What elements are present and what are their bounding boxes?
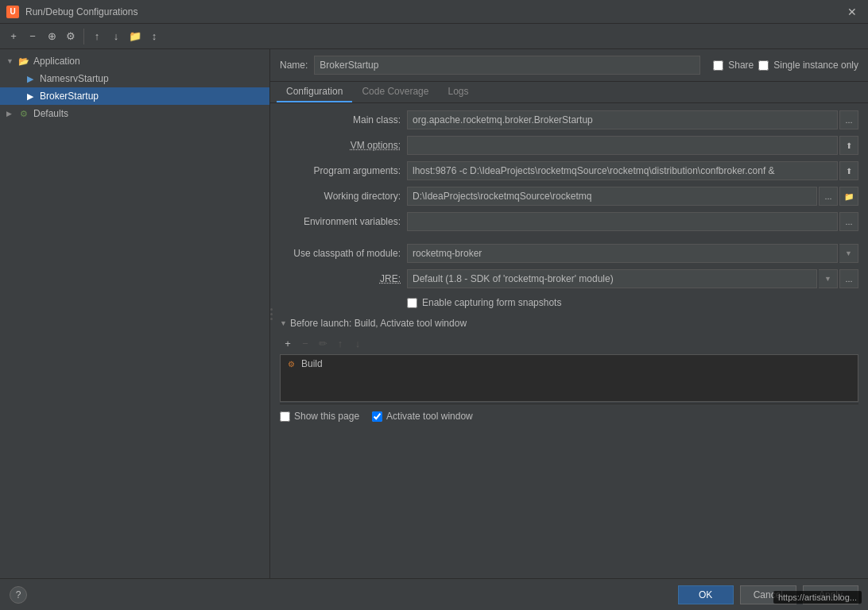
name-row: Name: Share Single instance only	[270, 49, 868, 82]
move-up-button[interactable]: ↑	[88, 28, 106, 45]
tab-logs[interactable]: Logs	[438, 82, 478, 102]
capture-form-checkbox[interactable]	[407, 298, 417, 308]
program-args-input-wrap: ⬆	[407, 161, 858, 180]
program-args-label: Program arguments:	[280, 165, 407, 176]
jre-dropdown-arrow[interactable]: ▼	[819, 269, 838, 288]
config-panel: Main class: ... VM options: ⬆ Program ar…	[270, 103, 868, 578]
launch-add-button[interactable]: +	[280, 335, 296, 351]
show-page-item: Show this page	[280, 411, 359, 422]
classpath-label: Use classpath of module:	[280, 248, 407, 259]
folder-button[interactable]: 📁	[126, 28, 144, 45]
defaults-arrow: ▶	[6, 110, 14, 118]
resize-dots	[270, 308, 273, 320]
env-vars-browse-button[interactable]: ...	[839, 212, 858, 231]
watermark: https://artisan.blog...	[773, 591, 862, 604]
classpath-row: Use classpath of module: rocketmq-broker…	[280, 243, 858, 264]
close-button[interactable]: ✕	[843, 4, 862, 20]
working-dir-input-wrap: ... 📁	[407, 187, 858, 206]
sidebar: ▼ 📂 Application ▶ NamesrvStartup ▶ Broke…	[0, 49, 270, 578]
main-layout: ▼ 📂 Application ▶ NamesrvStartup ▶ Broke…	[0, 49, 868, 578]
show-page-label: Show this page	[294, 411, 359, 422]
defaults-icon: ⚙	[17, 107, 30, 120]
classpath-select[interactable]: rocketmq-broker	[407, 244, 838, 263]
share-label: Share	[728, 60, 754, 71]
main-class-browse-button[interactable]: ...	[839, 110, 858, 129]
name-field-label: Name:	[280, 60, 308, 71]
classpath-dropdown-arrow[interactable]: ▼	[839, 244, 858, 263]
launch-edit-button[interactable]: ✏	[315, 335, 331, 351]
dialog-footer: ? OK Cancel Apply	[0, 578, 868, 610]
ok-button[interactable]: OK	[678, 585, 734, 604]
launch-down-button[interactable]: ↓	[350, 335, 366, 351]
launch-remove-button[interactable]: −	[297, 335, 313, 351]
sort-button[interactable]: ↕	[145, 28, 163, 45]
title-bar: U Run/Debug Configurations ✕	[0, 0, 868, 24]
working-dir-browse-button[interactable]: ...	[819, 187, 838, 206]
show-page-checkbox[interactable]	[280, 411, 290, 422]
vm-options-input[interactable]	[407, 136, 838, 155]
before-launch-arrow: ▼	[280, 319, 287, 327]
program-args-input[interactable]	[407, 161, 838, 180]
build-label: Build	[301, 358, 323, 369]
sidebar-item-application-group[interactable]: ▼ 📂 Application	[0, 52, 269, 70]
resize-handle[interactable]	[269, 49, 273, 578]
copy-config-button[interactable]: ⊕	[43, 28, 60, 45]
activate-tool-checkbox[interactable]	[372, 411, 382, 422]
launch-toolbar: + − ✏ ↑ ↓	[280, 334, 858, 353]
working-dir-folder-button[interactable]: 📁	[839, 187, 858, 206]
tab-configuration[interactable]: Configuration	[277, 82, 352, 102]
toolbar-separator-1	[83, 29, 84, 44]
launch-up-button[interactable]: ↑	[332, 335, 348, 351]
help-button[interactable]: ?	[10, 586, 27, 604]
capture-form-row: Enable capturing form snapshots	[280, 294, 858, 311]
env-vars-input-wrap: ...	[407, 212, 858, 231]
add-config-button[interactable]: +	[5, 28, 22, 45]
before-launch-header[interactable]: ▼ Before launch: Build, Activate tool wi…	[280, 311, 858, 334]
defaults-label: Defaults	[33, 108, 68, 119]
env-vars-input[interactable]	[407, 212, 838, 231]
share-checkbox[interactable]	[713, 60, 723, 71]
java-run-icon: ▶	[24, 72, 37, 85]
working-dir-input[interactable]	[407, 187, 817, 206]
app-icon: U	[6, 6, 19, 18]
main-class-input[interactable]	[407, 110, 838, 129]
jre-label: JRE:	[280, 273, 407, 284]
env-vars-row: Environment variables: ...	[280, 211, 858, 232]
jre-row: JRE: Default (1.8 - SDK of 'rocketmq-bro…	[280, 268, 858, 289]
toolbar: + − ⊕ ⚙ ↑ ↓ 📁 ↕	[0, 24, 868, 49]
main-class-label: Main class:	[280, 114, 407, 125]
env-vars-label: Environment variables:	[280, 216, 407, 227]
name-input[interactable]	[314, 56, 700, 75]
launch-item-build[interactable]: ⚙ Build	[282, 357, 856, 371]
tree-expand-arrow: ▼	[6, 57, 14, 65]
single-instance-checkbox[interactable]	[758, 60, 769, 71]
sidebar-item-defaults[interactable]: ▶ ⚙ Defaults	[0, 105, 269, 122]
before-launch-label: Before launch: Build, Activate tool wind…	[290, 318, 467, 329]
broker-label: BrokerStartup	[40, 91, 99, 102]
sidebar-item-broker[interactable]: ▶ BrokerStartup	[0, 87, 269, 105]
program-args-expand-button[interactable]: ⬆	[839, 161, 858, 180]
share-area: Share Single instance only	[713, 60, 858, 71]
working-dir-row: Working directory: ... 📁	[280, 186, 858, 207]
spacer-1	[280, 237, 858, 243]
tabs-bar: Configuration Code Coverage Logs	[270, 82, 868, 103]
capture-form-label: Enable capturing form snapshots	[422, 297, 561, 308]
settings-config-button[interactable]: ⚙	[62, 28, 79, 45]
application-group-label: Application	[33, 56, 80, 67]
remove-config-button[interactable]: −	[24, 28, 41, 45]
jre-browse-button[interactable]: ...	[839, 269, 858, 288]
move-down-button[interactable]: ↓	[107, 28, 125, 45]
sidebar-item-namesrv[interactable]: ▶ NamesrvStartup	[0, 70, 269, 87]
vm-options-input-wrap: ⬆	[407, 136, 858, 155]
launch-list: ⚙ Build	[280, 354, 858, 402]
tab-code-coverage[interactable]: Code Coverage	[352, 82, 438, 102]
main-class-input-wrap: ...	[407, 110, 858, 129]
application-folder-icon: 📂	[17, 55, 30, 68]
jre-select[interactable]: Default (1.8 - SDK of 'rocketmq-broker' …	[407, 269, 817, 288]
vm-options-expand-button[interactable]: ⬆	[839, 136, 858, 155]
program-args-row: Program arguments: ⬆	[280, 160, 858, 181]
namesrv-label: NamesrvStartup	[40, 73, 109, 84]
single-instance-label: Single instance only	[773, 60, 858, 71]
vm-options-label: VM options:	[280, 140, 407, 151]
classpath-select-wrap: rocketmq-broker ▼	[407, 244, 858, 263]
